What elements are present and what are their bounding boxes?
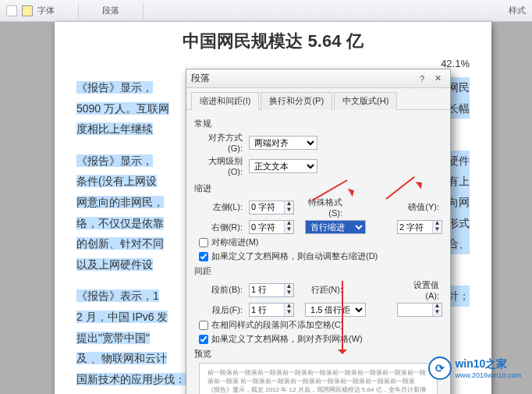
watermark-brand: win10之家 (455, 357, 507, 370)
label-outline: 大纲级别(O): (194, 155, 246, 176)
paragraph-dialog: 段落 ? ✕ 缩进和间距(I) 换行和分页(P) 中文版式(H) 常规 对齐方式… (186, 69, 451, 394)
chevron-down-icon[interactable]: ▼ (284, 208, 293, 214)
label-left: 左侧(L): (194, 201, 246, 213)
font-color-icon[interactable] (6, 5, 17, 16)
ribbon-label-styles: 样式 (509, 5, 526, 16)
help-icon[interactable]: ? (414, 74, 430, 83)
alignment-select[interactable]: 两端对齐 (249, 136, 317, 150)
ribbon-group-font: 字体 (6, 5, 55, 16)
by-value-spinner[interactable]: ▲▼ (397, 220, 442, 234)
label-after: 段后(F): (194, 304, 246, 316)
left-indent-spinner[interactable]: ▲▼ (249, 201, 294, 215)
page-title: 中国网民规模达 5.64 亿 (76, 30, 470, 53)
ribbon: 字体 段落 样式 (0, 0, 532, 22)
space-after-spinner[interactable]: ▲▼ (249, 303, 294, 317)
right-indent-spinner[interactable]: ▲▼ (249, 220, 294, 234)
watermark-url: www.2016win10.com (455, 371, 521, 379)
chevron-down-icon[interactable]: ▼ (284, 290, 293, 296)
space-before-spinner[interactable]: ▲▼ (249, 283, 294, 297)
section-general: 常规 (194, 118, 442, 130)
label-line-spacing: 行距(N): (305, 284, 346, 296)
preview-box: 前一段落前一段落前一段落前一段落前一段落前一段落前一段落前一段落前一段落前一段落… (199, 363, 438, 394)
dialog-body: 常规 对齐方式(G): 两端对齐 大纲级别(O): 正文文本 缩进 左侧(L):… (186, 110, 450, 394)
arrow-head-icon (338, 350, 347, 359)
tab-indent-spacing[interactable]: 缩进和间距(I) (191, 92, 259, 110)
label-at: 设置值(A): (402, 279, 442, 300)
chevron-down-icon[interactable]: ▼ (432, 227, 442, 233)
check-mirror-indent[interactable]: 对称缩进(M) (199, 236, 442, 248)
annotation-arrow (342, 281, 343, 350)
check-snap-to-grid[interactable]: 如果定义了文档网格，则对齐到网格(W) (199, 333, 442, 345)
ribbon-group-styles: 样式 (509, 5, 526, 16)
check-auto-indent[interactable]: 如果定义了文档网格，则自动调整右缩进(D) (199, 250, 442, 262)
label-alignment: 对齐方式(G): (194, 132, 246, 153)
close-icon[interactable]: ✕ (430, 73, 445, 83)
dialog-tabs: 缩进和间距(I) 换行和分页(P) 中文版式(H) (186, 88, 450, 110)
tab-chinese-typography[interactable]: 中文版式(H) (334, 92, 397, 110)
section-preview: 预览 (194, 348, 442, 360)
ribbon-divider (78, 3, 79, 19)
outline-select[interactable]: 正文文本 (249, 159, 317, 173)
line-spacing-select[interactable]: 1.5 倍行距 (305, 303, 366, 317)
label-before: 段前(B): (194, 284, 246, 296)
page-rate: 42.1% (76, 58, 470, 69)
ribbon-group-paragraph: 段落 (102, 5, 119, 16)
at-spinner[interactable]: ▲▼ (397, 303, 442, 317)
ribbon-divider (143, 3, 144, 19)
ribbon-label-font: 字体 (37, 5, 55, 16)
chevron-down-icon[interactable]: ▼ (284, 310, 293, 316)
document-area: 中国网民规模达 5.64 亿 42.1% 《报告》显示，……国网民 5090 万… (0, 22, 532, 394)
dialog-titlebar[interactable]: 段落 ? ✕ (186, 69, 450, 88)
check-no-space-same-style[interactable]: 在相同样式的段落间不添加空格(C) (199, 319, 442, 331)
tab-line-page-breaks[interactable]: 换行和分页(P) (261, 92, 332, 110)
highlight-icon[interactable] (22, 5, 33, 16)
label-right: 右侧(R): (194, 222, 246, 233)
chevron-down-icon[interactable]: ▼ (432, 310, 442, 316)
label-by: 磅值(Y): (402, 201, 442, 213)
watermark: ⟳ win10之家 www.2016win10.com (428, 357, 521, 380)
dialog-title: 段落 (191, 72, 414, 85)
logo-icon: ⟳ (428, 357, 452, 380)
section-spacing: 间距 (194, 265, 442, 277)
chevron-down-icon[interactable]: ▼ (284, 227, 293, 233)
special-select[interactable]: 首行缩进 (305, 220, 366, 234)
ribbon-label-paragraph: 段落 (102, 5, 119, 16)
